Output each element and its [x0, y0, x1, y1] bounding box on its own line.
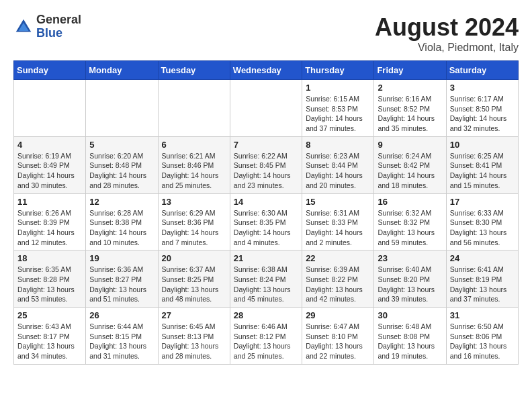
day-number: 18 [17, 253, 82, 263]
calendar-cell: 3Sunrise: 6:17 AM Sunset: 8:50 PM Daylig… [446, 80, 518, 137]
logo-icon [13, 17, 34, 37]
calendar-cell [14, 80, 86, 137]
calendar-cell: 26Sunrise: 6:44 AM Sunset: 8:15 PM Dayli… [86, 308, 158, 365]
day-number: 24 [450, 253, 515, 263]
day-number: 4 [17, 140, 82, 150]
day-info: Sunrise: 6:44 AM Sunset: 8:15 PM Dayligh… [89, 322, 154, 361]
calendar-cell: 19Sunrise: 6:36 AM Sunset: 8:27 PM Dayli… [86, 250, 158, 308]
calendar-cell: 1Sunrise: 6:15 AM Sunset: 8:53 PM Daylig… [302, 80, 374, 137]
day-info: Sunrise: 6:46 AM Sunset: 8:12 PM Dayligh… [234, 322, 298, 361]
calendar-cell [86, 80, 158, 137]
day-number: 14 [234, 197, 298, 207]
calendar-week-row: 18Sunrise: 6:35 AM Sunset: 8:28 PM Dayli… [14, 250, 519, 308]
calendar-cell: 27Sunrise: 6:45 AM Sunset: 8:13 PM Dayli… [158, 308, 230, 365]
day-number: 22 [306, 253, 370, 263]
day-info: Sunrise: 6:43 AM Sunset: 8:17 PM Dayligh… [17, 322, 82, 361]
day-info: Sunrise: 6:19 AM Sunset: 8:49 PM Dayligh… [17, 151, 82, 191]
day-info: Sunrise: 6:26 AM Sunset: 8:39 PM Dayligh… [17, 208, 82, 248]
day-info: Sunrise: 6:33 AM Sunset: 8:30 PM Dayligh… [450, 208, 515, 248]
calendar-week-row: 25Sunrise: 6:43 AM Sunset: 8:17 PM Dayli… [14, 308, 519, 365]
day-info: Sunrise: 6:22 AM Sunset: 8:45 PM Dayligh… [234, 151, 298, 191]
logo-text: General Blue [36, 13, 81, 40]
day-number: 10 [450, 140, 515, 150]
calendar-cell: 31Sunrise: 6:50 AM Sunset: 8:06 PM Dayli… [446, 308, 518, 365]
calendar-cell: 13Sunrise: 6:29 AM Sunset: 8:36 PM Dayli… [158, 193, 230, 250]
calendar-cell: 24Sunrise: 6:41 AM Sunset: 8:19 PM Dayli… [446, 250, 518, 308]
day-info: Sunrise: 6:25 AM Sunset: 8:41 PM Dayligh… [450, 151, 515, 191]
calendar-day-header: Thursday [302, 61, 374, 80]
day-number: 11 [17, 197, 82, 207]
calendar-cell: 22Sunrise: 6:39 AM Sunset: 8:22 PM Dayli… [302, 250, 374, 308]
day-number: 23 [378, 253, 442, 263]
day-number: 7 [234, 140, 298, 150]
calendar-week-row: 11Sunrise: 6:26 AM Sunset: 8:39 PM Dayli… [14, 193, 519, 250]
day-info: Sunrise: 6:50 AM Sunset: 8:06 PM Dayligh… [450, 322, 515, 361]
day-number: 1 [306, 83, 370, 93]
day-info: Sunrise: 6:21 AM Sunset: 8:46 PM Dayligh… [162, 151, 226, 191]
calendar-cell: 4Sunrise: 6:19 AM Sunset: 8:49 PM Daylig… [14, 136, 86, 193]
day-number: 13 [162, 197, 226, 207]
calendar-cell: 15Sunrise: 6:31 AM Sunset: 8:33 PM Dayli… [302, 193, 374, 250]
day-info: Sunrise: 6:30 AM Sunset: 8:35 PM Dayligh… [234, 208, 298, 248]
day-number: 26 [89, 310, 154, 320]
day-number: 8 [306, 140, 370, 150]
calendar-cell: 21Sunrise: 6:38 AM Sunset: 8:24 PM Dayli… [230, 250, 302, 308]
logo-blue-text: Blue [36, 27, 81, 40]
day-number: 29 [306, 310, 370, 320]
calendar-cell: 17Sunrise: 6:33 AM Sunset: 8:30 PM Dayli… [446, 193, 518, 250]
day-number: 16 [378, 197, 442, 207]
calendar-cell: 2Sunrise: 6:16 AM Sunset: 8:52 PM Daylig… [374, 80, 446, 137]
day-number: 15 [306, 197, 370, 207]
day-info: Sunrise: 6:41 AM Sunset: 8:19 PM Dayligh… [450, 265, 515, 304]
day-number: 9 [378, 140, 442, 150]
calendar-cell: 9Sunrise: 6:24 AM Sunset: 8:42 PM Daylig… [374, 136, 446, 193]
day-number: 19 [89, 253, 154, 263]
logo: General Blue [13, 13, 81, 40]
day-info: Sunrise: 6:45 AM Sunset: 8:13 PM Dayligh… [162, 322, 226, 361]
calendar-week-row: 1Sunrise: 6:15 AM Sunset: 8:53 PM Daylig… [14, 80, 519, 137]
day-number: 6 [162, 140, 226, 150]
title-block: August 2024 Viola, Piedmont, Italy [375, 13, 519, 54]
calendar-cell: 7Sunrise: 6:22 AM Sunset: 8:45 PM Daylig… [230, 136, 302, 193]
calendar-day-header: Tuesday [158, 61, 230, 80]
calendar-cell: 18Sunrise: 6:35 AM Sunset: 8:28 PM Dayli… [14, 250, 86, 308]
calendar-day-header: Monday [86, 61, 158, 80]
day-info: Sunrise: 6:32 AM Sunset: 8:32 PM Dayligh… [378, 208, 442, 248]
calendar-week-row: 4Sunrise: 6:19 AM Sunset: 8:49 PM Daylig… [14, 136, 519, 193]
day-info: Sunrise: 6:40 AM Sunset: 8:20 PM Dayligh… [378, 265, 442, 304]
day-info: Sunrise: 6:16 AM Sunset: 8:52 PM Dayligh… [378, 94, 442, 134]
day-number: 2 [378, 83, 442, 93]
day-info: Sunrise: 6:48 AM Sunset: 8:08 PM Dayligh… [378, 322, 442, 361]
day-info: Sunrise: 6:20 AM Sunset: 8:48 PM Dayligh… [89, 151, 154, 191]
calendar-cell: 11Sunrise: 6:26 AM Sunset: 8:39 PM Dayli… [14, 193, 86, 250]
day-number: 25 [17, 310, 82, 320]
calendar-table: SundayMondayTuesdayWednesdayThursdayFrid… [13, 60, 519, 365]
main-title: August 2024 [375, 13, 519, 42]
day-info: Sunrise: 6:38 AM Sunset: 8:24 PM Dayligh… [234, 265, 298, 304]
calendar-cell: 23Sunrise: 6:40 AM Sunset: 8:20 PM Dayli… [374, 250, 446, 308]
day-number: 3 [450, 83, 515, 93]
day-number: 21 [234, 253, 298, 263]
day-number: 20 [162, 253, 226, 263]
calendar-cell [158, 80, 230, 137]
calendar-cell: 8Sunrise: 6:23 AM Sunset: 8:44 PM Daylig… [302, 136, 374, 193]
day-number: 17 [450, 197, 515, 207]
calendar-cell: 5Sunrise: 6:20 AM Sunset: 8:48 PM Daylig… [86, 136, 158, 193]
calendar-cell: 30Sunrise: 6:48 AM Sunset: 8:08 PM Dayli… [374, 308, 446, 365]
day-info: Sunrise: 6:28 AM Sunset: 8:38 PM Dayligh… [89, 208, 154, 248]
calendar-header-row: SundayMondayTuesdayWednesdayThursdayFrid… [14, 61, 519, 80]
calendar-cell: 29Sunrise: 6:47 AM Sunset: 8:10 PM Dayli… [302, 308, 374, 365]
day-number: 12 [89, 197, 154, 207]
calendar-cell: 10Sunrise: 6:25 AM Sunset: 8:41 PM Dayli… [446, 136, 518, 193]
calendar-cell: 25Sunrise: 6:43 AM Sunset: 8:17 PM Dayli… [14, 308, 86, 365]
calendar-day-header: Wednesday [230, 61, 302, 80]
day-info: Sunrise: 6:47 AM Sunset: 8:10 PM Dayligh… [306, 322, 370, 361]
calendar-cell: 28Sunrise: 6:46 AM Sunset: 8:12 PM Dayli… [230, 308, 302, 365]
day-info: Sunrise: 6:24 AM Sunset: 8:42 PM Dayligh… [378, 151, 442, 191]
day-info: Sunrise: 6:36 AM Sunset: 8:27 PM Dayligh… [89, 265, 154, 304]
day-number: 5 [89, 140, 154, 150]
calendar-cell: 12Sunrise: 6:28 AM Sunset: 8:38 PM Dayli… [86, 193, 158, 250]
day-info: Sunrise: 6:17 AM Sunset: 8:50 PM Dayligh… [450, 94, 515, 134]
page-header: General Blue August 2024 Viola, Piedmont… [13, 13, 519, 54]
calendar-day-header: Sunday [14, 61, 86, 80]
